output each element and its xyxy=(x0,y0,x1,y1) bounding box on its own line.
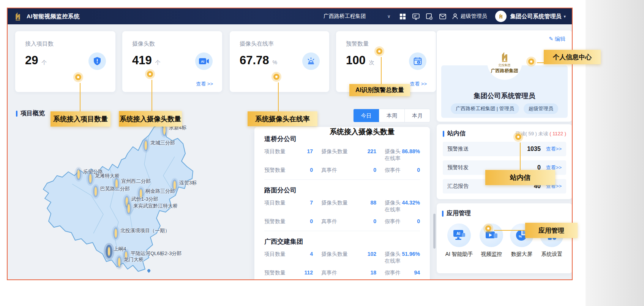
stat-title: 接入项目数 xyxy=(15,31,115,48)
view-link[interactable]: 查看 >> xyxy=(410,81,427,87)
view-link[interactable]: 查看>> xyxy=(546,164,562,171)
map-marker[interactable]: 北投溪境项目（一期） xyxy=(115,230,117,237)
monitor-icon[interactable] xyxy=(412,13,420,20)
field-value: 7 xyxy=(310,200,313,213)
top-navbar: AI智能视频监控系统 广西路桥工程集团 ∨ xyxy=(8,8,572,24)
stat-title: 预警数量 xyxy=(336,31,436,48)
app-ai-assistant[interactable]: AI AI 智能助手 xyxy=(445,224,473,258)
ai-assistant-icon: AI xyxy=(447,224,471,247)
field-value: 51.96% xyxy=(402,251,420,265)
stat-value: 100 xyxy=(346,54,366,67)
org-name: 广西路桥工程集团 xyxy=(324,13,366,20)
org-selector[interactable]: 广西路桥工程集团 ∨ xyxy=(324,13,391,20)
marker-dot-icon xyxy=(145,141,147,150)
tab-today[interactable]: 今日 xyxy=(354,109,379,122)
stat-card-projects: 接入项目数 29 个 xyxy=(15,31,115,92)
marker-label: 武忻1-3分部 xyxy=(131,196,158,203)
company-block[interactable]: 广西交建集团 项目数量4 摄像头数量102 摄像头在线率51.96% 预警数量1… xyxy=(264,231,420,280)
video-monitor-icon xyxy=(480,224,503,247)
section-bar xyxy=(16,111,17,117)
marker-label: 上峒4 xyxy=(114,246,126,252)
marker-dot-icon xyxy=(163,126,166,135)
view-link[interactable]: 查看 >> xyxy=(196,81,213,87)
marker-dot-icon xyxy=(89,174,92,183)
section-title: 项目概览 xyxy=(21,109,45,117)
avatar-logo-icon xyxy=(497,13,504,20)
role-indicator[interactable]: 超级管理员 xyxy=(452,13,487,20)
marker-label: 桐金路三分部 xyxy=(145,188,175,195)
field-label: 摄像头在线率 xyxy=(385,200,402,213)
unread-count: ( 1122 ) xyxy=(549,131,566,136)
field-label: 预警数量 xyxy=(264,270,286,276)
company-block[interactable]: 路面分公司 项目数量7 摄像头数量88 摄像头在线率44.32% 预警数量0 真… xyxy=(264,180,420,231)
user-icon xyxy=(452,13,458,19)
grid-icon[interactable] xyxy=(399,13,406,20)
map-marker[interactable]: 来宾武宣黔江特大桥 xyxy=(128,205,130,212)
field-label: 真事件 xyxy=(321,167,337,174)
map-marker[interactable]: 乐望公路 xyxy=(77,171,80,178)
field-label: 摄像头在线率 xyxy=(385,148,402,162)
stat-value: 67.78 xyxy=(240,54,269,67)
marker-dot-icon xyxy=(115,229,117,238)
messages-title-row: 站内信 xyxy=(443,130,466,138)
company-name: 路面分公司 xyxy=(264,186,420,195)
field-value: 221 xyxy=(368,148,376,162)
svg-text:AI: AI xyxy=(201,60,204,63)
map-marker[interactable]: 龙滩特大桥 xyxy=(89,175,92,182)
app-title: AI智能视频监控系统 xyxy=(27,13,80,20)
marker-label: 龙滩特大桥 xyxy=(95,173,120,179)
field-value: 17 xyxy=(307,148,313,162)
company-block[interactable]: 道桥分公司 项目数量17 摄像头数量221 摄像头在线率86.88% 预警数量0… xyxy=(264,128,420,180)
app-system-settings[interactable]: 系统设置 xyxy=(540,224,564,258)
section-project-overview: 项目概览 xyxy=(16,109,45,117)
app-video-monitor[interactable]: 视频监控 xyxy=(480,224,503,258)
marker-dot-icon xyxy=(108,247,110,256)
mail-icon[interactable] xyxy=(439,14,446,19)
device-gear-icon[interactable] xyxy=(426,13,433,20)
marker-dot-icon xyxy=(77,170,80,179)
stat-title: 摄像头数 xyxy=(122,31,222,48)
logo-text-bottom: 广西路桥集团 xyxy=(491,68,518,74)
field-label: 假事件 xyxy=(385,270,401,276)
field-label: 预警数量 xyxy=(264,218,286,225)
stat-value: 29 xyxy=(25,54,38,67)
view-link[interactable]: 查看>> xyxy=(546,183,562,190)
org-logo-icon xyxy=(498,51,511,62)
avatar[interactable] xyxy=(495,11,507,22)
field-value: 0 xyxy=(373,167,376,174)
message-row-summary-report[interactable]: 汇总报告 40 查看>> xyxy=(443,179,566,193)
map-marker[interactable]: 上峒4 xyxy=(108,248,110,255)
section-bar xyxy=(443,131,444,137)
company-name: 道桥分公司 xyxy=(264,135,420,143)
company-stats-panel: 道桥分公司 项目数量17 摄像头数量221 摄像头在线率86.88% 预警数量0… xyxy=(254,127,430,280)
view-link[interactable]: 查看>> xyxy=(546,146,562,152)
message-row-alert-forward[interactable]: 预警转发 0 查看>> xyxy=(443,160,566,175)
tab-this-week[interactable]: 本周 xyxy=(379,109,404,122)
app-data-screen[interactable]: % 数据大屏 xyxy=(510,224,534,258)
marker-label: 连贺3标 xyxy=(179,179,197,186)
map-marker[interactable]: 龙城三分部 xyxy=(145,142,147,149)
stat-title: 摄像头在线率 xyxy=(230,31,329,48)
alarm-icon xyxy=(302,52,320,70)
field-value: 0 xyxy=(417,218,420,225)
marker-label: 龙城三分部 xyxy=(150,140,175,146)
map-marker[interactable]: 龙门大桥 xyxy=(118,259,120,266)
message-row-alert-push[interactable]: 预警推送 1035 查看>> xyxy=(443,142,566,156)
marker-label: 来宾武宣黔江特大桥 xyxy=(133,203,178,209)
apps-title: 应用管理 xyxy=(447,209,471,217)
caret-down-icon[interactable]: ▾ xyxy=(564,14,566,19)
map-marker[interactable]: 巴芜路二分部 xyxy=(95,188,97,195)
map-marker[interactable]: 永新4标 xyxy=(163,127,166,134)
field-value: 44.32% xyxy=(402,200,420,213)
stat-card-alerts: 预警数量 100 次 查看 >> xyxy=(336,31,436,92)
current-user-name[interactable]: 集团公司系统管理员 xyxy=(510,13,561,20)
marker-label: 宜州西二分部 xyxy=(121,178,151,185)
scrollbar-thumb[interactable] xyxy=(433,214,436,249)
edit-profile-button[interactable]: ✎ 编辑 xyxy=(549,36,565,43)
field-value: 0 xyxy=(373,218,376,225)
stat-unit: 个 xyxy=(41,59,47,66)
map-marker[interactable]: 武忻1-3分部 xyxy=(126,198,128,205)
tab-this-month[interactable]: 本月 xyxy=(404,109,430,122)
profile-card: ✎ 编辑 北投集团 广西路桥集团 集团公司系统管理员 广西路桥工程集团 | 管理… xyxy=(437,30,572,122)
stat-unit: 个 xyxy=(155,59,161,66)
